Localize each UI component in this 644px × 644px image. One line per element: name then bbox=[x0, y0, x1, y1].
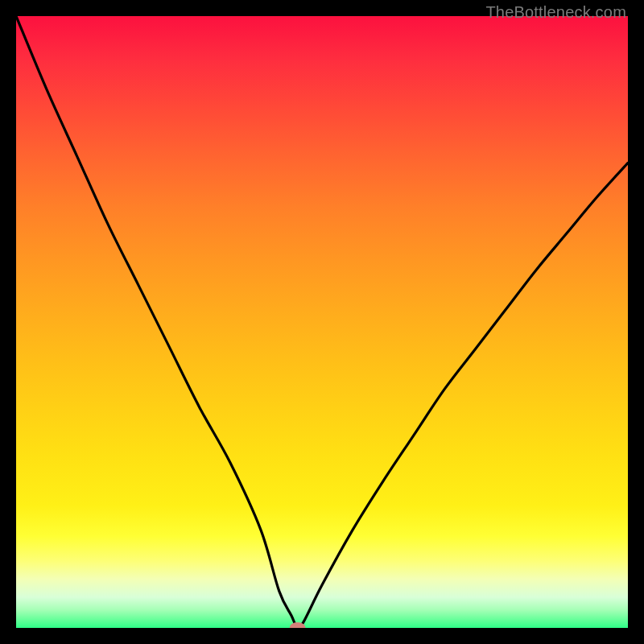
watermark-text: TheBottleneck.com bbox=[485, 3, 626, 22]
curve-path bbox=[16, 16, 628, 628]
bottleneck-curve bbox=[16, 16, 628, 628]
plot-area bbox=[16, 16, 628, 628]
chart-container: TheBottleneck.com bbox=[0, 0, 644, 644]
curve-svg bbox=[16, 16, 628, 628]
